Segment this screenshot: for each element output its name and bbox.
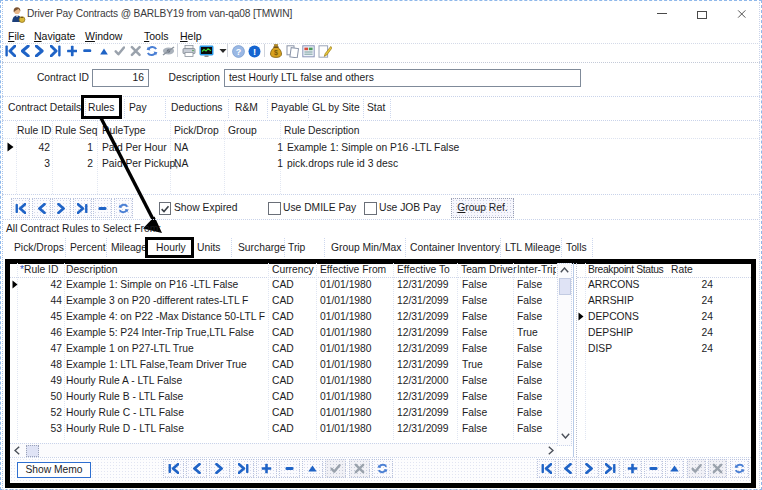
svg-text:?: ? xyxy=(236,47,242,57)
svg-text:$: $ xyxy=(274,49,278,57)
svg-text:!: ! xyxy=(253,46,256,57)
